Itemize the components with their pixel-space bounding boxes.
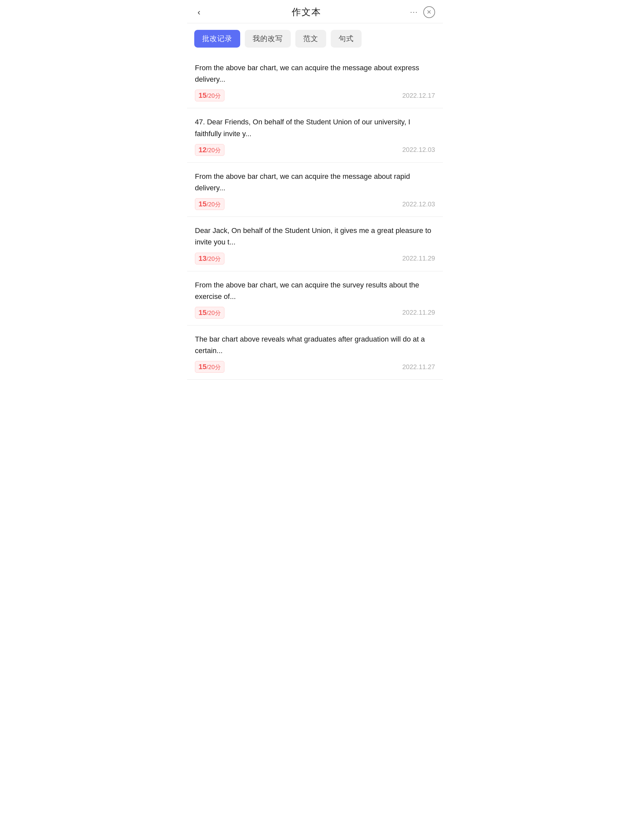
essay-date: 2022.12.03 [402, 146, 435, 153]
more-button[interactable]: ··· [410, 8, 418, 16]
score-numerator: 15 [199, 200, 206, 208]
tab-rewrite[interactable]: 我的改写 [245, 30, 291, 47]
header-actions: ··· ✕ [410, 6, 435, 18]
tab-correction[interactable]: 批改记录 [194, 30, 240, 47]
essay-text: 47. Dear Friends, On behalf of the Stude… [195, 116, 435, 139]
essay-list: From the above bar chart, we can acquire… [187, 51, 443, 383]
essay-item-2[interactable]: From the above bar chart, we can acquire… [187, 163, 443, 217]
essay-footer: 15/20分2022.11.29 [195, 307, 435, 319]
score-numerator: 15 [199, 308, 206, 317]
essay-text: The bar chart above reveals what graduat… [195, 333, 435, 356]
essay-footer: 15/20分2022.12.03 [195, 198, 435, 210]
score-denominator: /20分 [206, 363, 221, 371]
score-numerator: 15 [199, 363, 206, 371]
score-denominator: /20分 [206, 309, 221, 317]
essay-item-4[interactable]: From the above bar chart, we can acquire… [187, 272, 443, 325]
essay-footer: 12/20分2022.12.03 [195, 144, 435, 156]
essay-date: 2022.12.03 [402, 201, 435, 208]
essay-date: 2022.11.27 [402, 363, 435, 371]
score-badge: 15/20分 [195, 90, 224, 101]
back-button[interactable]: ‹ [195, 6, 203, 18]
score-numerator: 12 [199, 146, 206, 154]
essay-date: 2022.11.29 [402, 255, 435, 262]
essay-item-5[interactable]: The bar chart above reveals what graduat… [187, 325, 443, 380]
essay-text: Dear Jack, On behalf of the Student Unio… [195, 225, 435, 248]
score-denominator: /20分 [206, 255, 221, 263]
tab-sample[interactable]: 范文 [295, 30, 326, 47]
essay-footer: 15/20分2022.11.27 [195, 361, 435, 373]
close-icon: ✕ [426, 8, 431, 16]
page-title: 作文本 [292, 6, 321, 18]
score-badge: 13/20分 [195, 253, 224, 264]
tab-sentence[interactable]: 句式 [331, 30, 362, 47]
essay-item-0[interactable]: From the above bar chart, we can acquire… [187, 54, 443, 108]
score-badge: 15/20分 [195, 307, 224, 319]
essay-date: 2022.11.29 [402, 309, 435, 316]
score-denominator: /20分 [206, 201, 221, 208]
essay-item-3[interactable]: Dear Jack, On behalf of the Student Unio… [187, 217, 443, 271]
tab-bar: 批改记录我的改写范文句式 [187, 23, 443, 51]
essay-item-1[interactable]: 47. Dear Friends, On behalf of the Stude… [187, 108, 443, 163]
score-numerator: 13 [199, 254, 206, 263]
essay-text: From the above bar chart, we can acquire… [195, 171, 435, 194]
essay-footer: 13/20分2022.11.29 [195, 253, 435, 264]
essay-text: From the above bar chart, we can acquire… [195, 62, 435, 85]
score-badge: 15/20分 [195, 198, 224, 210]
close-button[interactable]: ✕ [423, 6, 435, 18]
score-badge: 12/20分 [195, 144, 224, 156]
score-denominator: /20分 [206, 92, 221, 100]
essay-text: From the above bar chart, we can acquire… [195, 279, 435, 302]
header: ‹ 作文本 ··· ✕ [187, 0, 443, 23]
essay-date: 2022.12.17 [402, 92, 435, 99]
score-denominator: /20分 [206, 146, 221, 154]
score-numerator: 15 [199, 91, 206, 100]
essay-footer: 15/20分2022.12.17 [195, 90, 435, 101]
score-badge: 15/20分 [195, 361, 224, 373]
